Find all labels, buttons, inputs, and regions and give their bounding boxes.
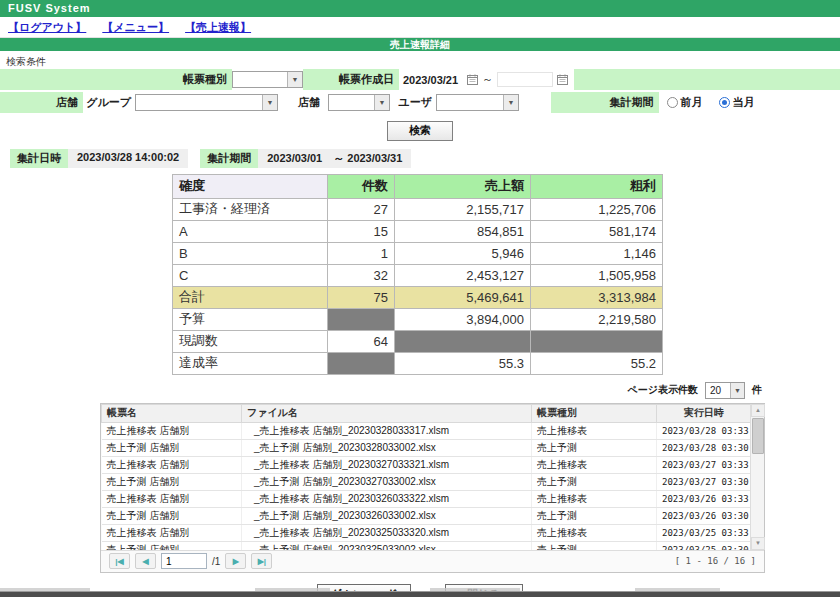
file-datetime-cell: 2023/03/26 03:30:02 bbox=[657, 507, 752, 524]
user-select[interactable]: ▼ bbox=[436, 94, 519, 111]
file-name-cell: 売上予測 店舗別 bbox=[102, 541, 242, 550]
file-type-cell: 売上推移表 bbox=[532, 456, 657, 473]
search-conditions-label: 検索条件 bbox=[0, 51, 840, 69]
chevron-down-icon[interactable]: ▼ bbox=[503, 95, 518, 110]
search-row-1: 帳票種別 ▼ 帳票作成日 2023/03/21 ～ bbox=[0, 69, 840, 90]
summary-row: 現調数 64 bbox=[173, 330, 663, 352]
calendar-icon[interactable] bbox=[467, 74, 478, 85]
last-page-button[interactable]: ▶| bbox=[251, 553, 272, 569]
file-name-cell: 売上推移表 店舗別 bbox=[102, 422, 242, 439]
vertical-scrollbar[interactable]: ▲ ▼ bbox=[750, 404, 764, 550]
col-header-count: 件数 bbox=[328, 174, 395, 198]
summary-count-cell: 15 bbox=[328, 220, 395, 242]
file-filename-cell: _売上予測 店舗別_20230325033002.xlsx bbox=[242, 541, 532, 550]
summary-sales-cell: 55.3 bbox=[395, 352, 531, 374]
group-select[interactable]: ▼ bbox=[135, 94, 278, 111]
file-list-scroll-area: 帳票名 ファイル名 帳票種別 実行日時 売上推移表 店舗別 _売上推移表 店舗別… bbox=[101, 404, 751, 550]
page-size-value: 20 bbox=[706, 385, 730, 396]
summary-count-cell: 1 bbox=[328, 242, 395, 264]
summary-row-label: C bbox=[173, 264, 328, 286]
file-type-cell: 売上予測 bbox=[532, 439, 657, 456]
next-page-icon: ▶ bbox=[233, 557, 239, 566]
file-filename-cell: _売上予測 店舗別_20230326033002.xlsx bbox=[242, 507, 532, 524]
summary-sales-cell: 5,946 bbox=[395, 242, 531, 264]
page-size-unit: 件 bbox=[752, 383, 762, 397]
chevron-down-icon[interactable]: ▼ bbox=[730, 383, 744, 398]
summary-row-label: 工事済・経理済 bbox=[173, 198, 328, 220]
search-button[interactable]: 検索 bbox=[387, 121, 453, 141]
chevron-down-icon[interactable]: ▼ bbox=[374, 95, 389, 110]
prev-page-icon: ◀ bbox=[142, 557, 148, 566]
summary-row: B 1 5,946 1,146 bbox=[173, 242, 663, 264]
store-label: 店舗 bbox=[286, 92, 324, 113]
record-range-label: [ 1 - 16 / 16 ] bbox=[675, 556, 756, 566]
created-date-to-input[interactable] bbox=[497, 72, 553, 87]
summary-count-cell: 32 bbox=[328, 264, 395, 286]
nav-link-sales-report[interactable]: 【売上速報】 bbox=[185, 20, 251, 35]
nav-link-menu[interactable]: 【メニュー】 bbox=[102, 20, 169, 35]
user-label: ユーザ bbox=[396, 92, 436, 113]
summary-row-label: 達成率 bbox=[173, 352, 328, 374]
file-name-cell: 売上予測 店舗別 bbox=[102, 473, 242, 490]
total-pages-label: /1 bbox=[212, 556, 220, 567]
page-number-input[interactable] bbox=[161, 553, 207, 569]
file-filename-cell: _売上予測 店舗別_20230327033002.xlsx bbox=[242, 473, 532, 490]
summary-profit-cell: 2,219,580 bbox=[531, 308, 663, 330]
page-title: 売上速報詳細 bbox=[390, 39, 450, 50]
period-prev-month-radio[interactable]: 前月 bbox=[667, 95, 703, 110]
period-current-month-radio[interactable]: 当月 bbox=[719, 95, 755, 110]
file-datetime-cell: 2023/03/28 03:33:17 bbox=[657, 422, 752, 439]
radio-unselected-icon bbox=[667, 97, 678, 108]
summary-sales-cell: 5,469,641 bbox=[395, 286, 531, 308]
col-header-report-name: 帳票名 bbox=[102, 404, 242, 422]
file-row[interactable]: 売上予測 店舗別 _売上予測 店舗別_20230328033002.xlsx 売… bbox=[102, 439, 752, 456]
file-datetime-cell: 2023/03/27 03:30:02 bbox=[657, 473, 752, 490]
summary-profit-cell: 55.2 bbox=[531, 352, 663, 374]
col-header-profit: 粗利 bbox=[531, 174, 663, 198]
file-datetime-cell: 2023/03/28 03:30:02 bbox=[657, 439, 752, 456]
calendar-icon[interactable] bbox=[557, 74, 568, 85]
file-datetime-cell: 2023/03/25 03:30:02 bbox=[657, 541, 752, 550]
page-size-select[interactable]: 20 ▼ bbox=[705, 382, 745, 399]
file-type-cell: 売上予測 bbox=[532, 473, 657, 490]
file-header-row: 帳票名 ファイル名 帳票種別 実行日時 bbox=[102, 404, 752, 422]
summary-row-label: 予算 bbox=[173, 308, 328, 330]
first-page-button[interactable]: |◀ bbox=[109, 553, 130, 569]
row-filler bbox=[574, 69, 840, 90]
file-name-cell: 売上予測 店舗別 bbox=[102, 507, 242, 524]
file-row[interactable]: 売上予測 店舗別 _売上予測 店舗別_20230327033002.xlsx 売… bbox=[102, 473, 752, 490]
file-row[interactable]: 売上推移表 店舗別 _売上推移表 店舗別_20230327033321.xlsm… bbox=[102, 456, 752, 473]
period-radio-group: 前月 当月 bbox=[659, 92, 809, 113]
created-date-from-input[interactable]: 2023/03/21 bbox=[403, 74, 463, 86]
summary-info-row: 集計日時 2023/03/28 14:00:02 集計期間 2023/03/01… bbox=[10, 149, 840, 168]
nav-link-logout[interactable]: 【ログアウト】 bbox=[8, 20, 86, 35]
radio-selected-icon bbox=[719, 97, 730, 108]
summary-sales-cell: 3,894,000 bbox=[395, 308, 531, 330]
summary-row: 達成率 55.3 55.2 bbox=[173, 352, 663, 374]
file-row[interactable]: 売上推移表 店舗別 _売上推移表 店舗別_20230325033320.xlsm… bbox=[102, 524, 752, 541]
aggregate-datetime-label: 集計日時 bbox=[10, 149, 68, 168]
first-page-icon: |◀ bbox=[115, 557, 123, 566]
scroll-up-icon[interactable]: ▲ bbox=[751, 404, 765, 417]
scroll-down-icon[interactable]: ▼ bbox=[751, 537, 765, 550]
summary-count-cell: 75 bbox=[328, 286, 395, 308]
file-row[interactable]: 売上推移表 店舗別 _売上推移表 店舗別_20230328033317.xlsm… bbox=[102, 422, 752, 439]
summary-row: A 15 854,851 581,174 bbox=[173, 220, 663, 242]
file-datetime-cell: 2023/03/26 03:33:22 bbox=[657, 490, 752, 507]
scrollbar-thumb[interactable] bbox=[752, 418, 764, 454]
prev-page-button[interactable]: ◀ bbox=[135, 553, 156, 569]
file-row[interactable]: 売上推移表 店舗別 _売上推移表 店舗別_20230326033322.xlsm… bbox=[102, 490, 752, 507]
form-type-select[interactable]: ▼ bbox=[232, 71, 303, 88]
period-label: 集計期間 bbox=[551, 92, 659, 113]
file-row[interactable]: 売上予測 店舗別 _売上予測 店舗別_20230325033002.xlsx 売… bbox=[102, 541, 752, 550]
created-date-label: 帳票作成日 bbox=[303, 69, 399, 90]
nav-bar: 【ログアウト】 【メニュー】 【売上速報】 bbox=[0, 17, 840, 38]
store-select[interactable]: ▼ bbox=[328, 94, 390, 111]
chevron-down-icon[interactable]: ▼ bbox=[262, 95, 277, 110]
aggregate-datetime-value: 2023/03/28 14:00:02 bbox=[68, 149, 188, 168]
file-row[interactable]: 売上予測 店舗別 _売上予測 店舗別_20230326033002.xlsx 売… bbox=[102, 507, 752, 524]
next-page-button[interactable]: ▶ bbox=[225, 553, 246, 569]
summary-sales-cell: 2,453,127 bbox=[395, 264, 531, 286]
summary-row-label: B bbox=[173, 242, 328, 264]
chevron-down-icon[interactable]: ▼ bbox=[287, 72, 302, 87]
